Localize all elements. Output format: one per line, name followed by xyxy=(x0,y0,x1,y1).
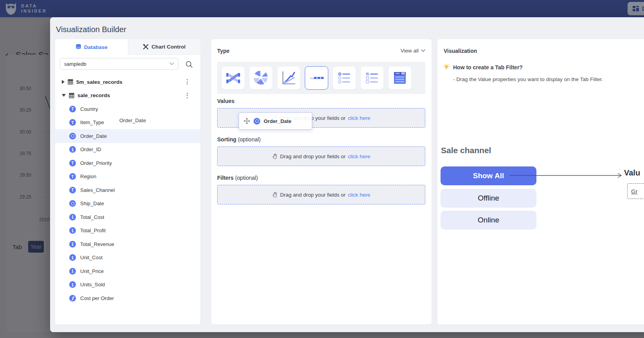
tab-option-offline[interactable]: Offline xyxy=(441,189,536,208)
dropzone-click-here-link[interactable]: click here xyxy=(348,192,370,198)
dashboard-icon xyxy=(632,5,639,12)
drag-ghost-source-label: Order_Date xyxy=(119,117,146,123)
field-total-revenue[interactable]: 1Total_Revenue xyxy=(55,237,200,251)
chevron-down-icon xyxy=(169,62,174,65)
expand-caret-icon[interactable] xyxy=(62,80,65,84)
dashboard-button[interactable]: D xyxy=(628,2,644,15)
tree-table-sale-records[interactable]: sale_records xyxy=(55,89,200,103)
tab-chart-control-label: Chart Control xyxy=(151,44,185,50)
text-type-icon: T xyxy=(69,187,76,193)
tab-chart-control[interactable]: Chart Control xyxy=(128,39,201,55)
field-unit-price[interactable]: 1Unit_Price xyxy=(55,264,200,278)
field-units-sold[interactable]: 1Units_Sold xyxy=(55,278,200,292)
field-label: Region xyxy=(80,174,96,179)
dropzone-click-here-link[interactable]: click here xyxy=(348,115,370,121)
filters-section-label: Filters (optional) xyxy=(217,175,258,181)
table-icon xyxy=(69,93,74,98)
table-label: sale_records xyxy=(77,92,110,98)
radio-list-icon xyxy=(336,70,352,86)
tab-database[interactable]: Database xyxy=(55,39,128,55)
field-order-date[interactable]: Order_Date xyxy=(55,129,200,143)
field-unit-cost[interactable]: 1Unit_Cost xyxy=(55,251,200,265)
chart-type-strip: Tab xyxy=(217,62,425,94)
tree-table-5m-sales-records[interactable]: 5m_sales_records xyxy=(55,75,200,89)
chart-type-radio-list[interactable] xyxy=(333,67,356,89)
chart-type-dropdown-table[interactable] xyxy=(389,67,411,89)
view-all-button[interactable]: View all xyxy=(401,48,425,54)
database-select[interactable]: sampledb xyxy=(60,58,178,70)
visualization-panel-label: Visualization xyxy=(444,48,477,54)
date-type-icon xyxy=(69,200,76,207)
kebab-icon[interactable] xyxy=(184,78,190,85)
field-label: Cost per Order xyxy=(80,295,114,301)
table-icon xyxy=(68,79,73,85)
field-order-priority[interactable]: TOrder_Priority xyxy=(55,156,200,170)
field-label: Units_Sold xyxy=(80,282,105,287)
filters-dropzone[interactable]: Drag and drop your fields or click here xyxy=(217,185,425,204)
tab-filter-widget-title: Sale channel xyxy=(441,146,491,155)
annotation-heading: Valu xyxy=(624,168,640,177)
brand-logo: DATA INSIDER xyxy=(5,2,47,16)
field-total-cost[interactable]: 1Total_Cost xyxy=(55,210,200,224)
annotation-link[interactable]: Gr xyxy=(631,188,638,195)
number-type-icon: 1 xyxy=(69,281,76,288)
field-sales-channel[interactable]: TSales_Channel xyxy=(55,183,200,197)
database-panel: Database Chart Control sampledb xyxy=(55,39,200,324)
field-label: Total_Revenue xyxy=(80,241,114,247)
sorting-dropzone[interactable]: Drag and drop your fields or click here xyxy=(217,146,425,166)
search-icon xyxy=(185,61,193,68)
chart-type-checkbox-list[interactable] xyxy=(361,67,383,89)
modal-title: Visualization Builder xyxy=(56,25,126,34)
number-type-icon: 1 xyxy=(69,241,76,248)
annotation-arrow-icon xyxy=(510,172,623,179)
collapse-caret-icon[interactable] xyxy=(62,94,66,97)
dropdown-table-icon xyxy=(392,70,408,86)
app-header: DATA INSIDER D xyxy=(0,0,644,17)
number-type-icon: 1 xyxy=(69,254,76,261)
chart-type-line[interactable] xyxy=(277,67,300,89)
annotation-dashed-box: Gr xyxy=(627,183,644,199)
panel-tabs: Database Chart Control xyxy=(55,39,200,55)
field-ship-date[interactable]: Ship_Date xyxy=(55,197,200,211)
dropzone-click-here-link[interactable]: click here xyxy=(348,154,370,159)
field-cost-per-order[interactable]: ƒCost per Order xyxy=(55,291,200,305)
field-label: Ship_Date xyxy=(80,201,104,206)
table-label: 5m_sales_records xyxy=(76,79,122,85)
field-order-id[interactable]: 1Order_ID xyxy=(55,143,200,157)
visualization-builder-modal: Visualization Builder Database xyxy=(50,17,644,332)
bulb-icon xyxy=(443,63,450,71)
field-label: Order_Date xyxy=(80,133,107,139)
chart-type-tab-filter[interactable]: Tab xyxy=(305,67,328,89)
number-type-icon: 1 xyxy=(69,268,76,275)
text-type-icon: T xyxy=(69,119,76,126)
pie-chart-icon xyxy=(253,70,269,86)
field-label: Unit_Cost xyxy=(80,255,103,260)
chart-type-pie[interactable] xyxy=(250,67,272,89)
drag-chip-order-date[interactable]: Order_Date xyxy=(239,112,312,130)
field-region[interactable]: TRegion xyxy=(55,170,200,184)
function-type-icon: ƒ xyxy=(69,295,76,302)
tab-filter-icon: Tab xyxy=(309,70,324,86)
move-icon xyxy=(244,118,250,124)
text-type-icon: T xyxy=(69,173,76,180)
kebab-icon[interactable] xyxy=(184,92,190,99)
chart-type-sankey[interactable] xyxy=(222,67,245,89)
checkbox-list-icon xyxy=(364,70,380,86)
database-select-value: sampledb xyxy=(64,61,86,67)
field-label: Country xyxy=(80,106,98,112)
field-total-profit[interactable]: 1Total_Profit xyxy=(55,224,200,238)
tab-option-online[interactable]: Online xyxy=(441,211,536,230)
field-country[interactable]: TCountry xyxy=(55,102,200,116)
search-button[interactable] xyxy=(184,60,194,69)
brand-line2: INSIDER xyxy=(21,9,47,14)
chevron-down-icon xyxy=(421,49,425,52)
hand-icon xyxy=(272,192,278,198)
date-type-icon xyxy=(254,118,260,125)
type-section-label: Type xyxy=(217,48,230,54)
database-icon xyxy=(76,44,81,50)
tab-database-label: Database xyxy=(84,44,108,50)
tools-icon xyxy=(143,44,149,50)
drag-chip-label: Order_Date xyxy=(264,118,291,124)
field-label: Total_Profit xyxy=(80,228,106,233)
sorting-section-label: Sorting (optional) xyxy=(217,136,261,143)
